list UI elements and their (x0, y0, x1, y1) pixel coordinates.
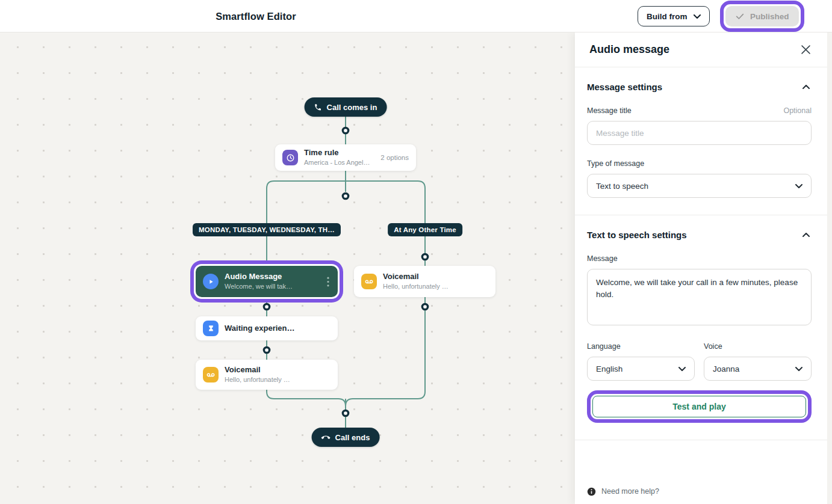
section-head: Text to speech settings (587, 230, 812, 240)
call-end-icon (321, 433, 331, 442)
label-row: Voice (704, 342, 812, 351)
check-icon (735, 11, 745, 21)
clock-icon (282, 150, 298, 165)
message-title-label: Message title (587, 106, 632, 115)
chevron-down-icon (795, 184, 803, 188)
optional-label: Optional (783, 106, 812, 115)
message-label: Message (587, 254, 618, 263)
node-audio-message[interactable]: Audio Message Welcome, we will tak… (196, 266, 338, 297)
label-row: Message title Optional (587, 106, 812, 115)
chevron-down-icon (795, 367, 803, 371)
node-title: Waiting experien… (225, 324, 295, 333)
language-select[interactable]: English (587, 357, 695, 381)
node-title: Voicemail (383, 272, 449, 281)
panel-scroll-gutter (827, 32, 832, 504)
node-subtitle: Welcome, we will tak… (225, 282, 293, 290)
published-label: Published (750, 12, 789, 21)
need-more-help-label: Need more help? (601, 487, 659, 496)
node-waiting-experience[interactable]: Waiting experien… (196, 316, 338, 340)
node-text: Voicemail Hello, unfortunately … (383, 272, 449, 291)
language-label: Language (587, 342, 621, 351)
node-subtitle: Hello, unfortunately … (225, 375, 290, 384)
section-message-settings: Message settings Message title Optional … (575, 67, 827, 215)
build-from-button[interactable]: Build from (638, 6, 710, 26)
type-of-message-label: Type of message (587, 159, 644, 168)
published-button[interactable]: Published (725, 6, 799, 26)
info-icon (587, 487, 596, 496)
build-from-label: Build from (647, 12, 688, 21)
section-head: Message settings (587, 82, 812, 92)
section-tts-settings: Text to speech settings Message Welcome,… (575, 215, 827, 440)
panel-title: Audio message (589, 43, 669, 56)
branch-label-weekdays[interactable]: MONDAY, TUESDAY, WEDNESDAY, TH… (193, 223, 341, 236)
label-row: Type of message (587, 159, 812, 168)
language-voice-row: Language English Voice Joanna (587, 342, 812, 381)
voicemail-icon (361, 274, 377, 289)
node-voicemail-left[interactable]: Voicemail Hello, unfortunately … (196, 360, 338, 390)
node-title: Audio Message (225, 272, 293, 281)
highlight-ring-published: Published (720, 1, 804, 32)
chevron-down-icon (694, 14, 701, 19)
app-root: Call comes in Time rule America - Los An… (0, 0, 832, 504)
hourglass-icon (203, 321, 219, 336)
language-col: Language English (587, 342, 695, 381)
page-title: Smartflow Editor (216, 10, 296, 22)
flow-connectors (0, 0, 575, 504)
audio-message-panel: Audio message Message settings Message t… (575, 32, 827, 504)
kebab-menu-icon[interactable] (326, 275, 331, 288)
highlight-ring-test-and-play: Test and play (587, 390, 812, 423)
collapse-button[interactable] (801, 83, 812, 91)
node-call-ends[interactable]: Call ends (312, 428, 380, 447)
top-bar: Smartflow Editor Build from Published (0, 0, 832, 32)
voice-select[interactable]: Joanna (704, 357, 812, 381)
type-of-message-select[interactable]: Text to speech (587, 174, 812, 198)
section-title: Message settings (587, 82, 662, 92)
section-title: Text to speech settings (587, 230, 687, 240)
label-row: Message (587, 254, 812, 263)
phone-icon (314, 103, 322, 111)
selected-value: Joanna (713, 364, 739, 373)
options-count: 2 options (380, 154, 409, 161)
panel-header: Audio message (575, 32, 827, 67)
test-and-play-button[interactable]: Test and play (592, 396, 806, 417)
node-subtitle: Hello, unfortunately … (383, 282, 449, 290)
selected-value: Text to speech (596, 182, 648, 191)
node-call-comes-in[interactable]: Call comes in (305, 97, 387, 117)
divider (575, 440, 827, 440)
play-icon (203, 274, 219, 289)
voice-label: Voice (704, 342, 722, 351)
label-row: Language (587, 342, 695, 351)
flow-canvas[interactable]: Call comes in Time rule America - Los An… (0, 0, 575, 504)
message-title-input[interactable] (587, 121, 812, 145)
voicemail-icon (203, 367, 219, 383)
node-title: Time rule (304, 148, 370, 158)
chevron-up-icon (803, 85, 810, 89)
chevron-up-icon (803, 233, 810, 237)
node-text: Audio Message Welcome, we will tak… (225, 272, 293, 291)
close-button[interactable] (799, 43, 813, 57)
node-subtitle: America - Los Angel… (304, 158, 370, 167)
selected-value: English (596, 364, 622, 373)
node-label: Call comes in (327, 103, 377, 112)
voice-col: Voice Joanna (704, 342, 812, 381)
node-text: Voicemail Hello, unfortunately … (225, 365, 290, 384)
node-label: Call ends (335, 433, 370, 442)
node-voicemail-right[interactable]: Voicemail Hello, unfortunately … (354, 266, 495, 297)
need-more-help-link[interactable]: Need more help? (587, 482, 659, 500)
close-icon (801, 45, 810, 54)
node-time-rule[interactable]: Time rule America - Los Angel… 2 options (275, 144, 416, 171)
node-title: Voicemail (225, 365, 290, 375)
chevron-down-icon (678, 367, 686, 371)
node-text: Time rule America - Los Angel… (304, 148, 370, 167)
branch-label-any-other-time[interactable]: At Any Other Time (388, 223, 462, 236)
tts-message-textarea[interactable]: Welcome, we will take your call in a few… (587, 269, 812, 325)
collapse-button[interactable] (801, 231, 812, 239)
